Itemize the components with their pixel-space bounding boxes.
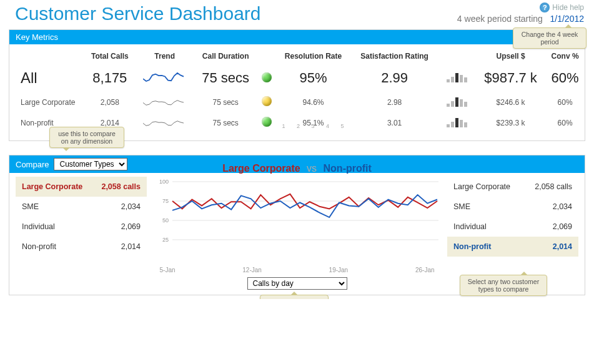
compare-line-chart: 255075100 [154, 178, 441, 265]
cell-conv: 60% [545, 92, 585, 112]
row-label: All [9, 64, 84, 92]
panel-compare: Compare Customer Types Large Corporate2,… [9, 155, 585, 295]
cell-conv: 60% [545, 64, 585, 92]
svg-text:50: 50 [162, 217, 168, 224]
cell-trend [136, 92, 194, 112]
cell-trend [136, 112, 194, 133]
page-title: Customer Service Dashboard [15, 3, 261, 24]
status-dot-icon [262, 96, 272, 106]
cell-upsell: $239.3 k [476, 112, 545, 133]
list-item-label: Large Corporate [453, 182, 510, 191]
list-item[interactable]: Individual2,069 [447, 217, 578, 237]
svg-text:25: 25 [162, 237, 168, 243]
row-label: Large Corporate [9, 92, 84, 112]
callout-select-types: Select any two customer types to compare [460, 275, 547, 296]
cell-total-calls: 2,058 [84, 92, 136, 112]
list-item[interactable]: Large Corporate2,058 calls [16, 177, 147, 197]
list-item-value: 2,034 [121, 202, 141, 211]
cell-duration: 75 secs [194, 92, 257, 112]
compare-list-left: Large Corporate2,058 callsSME2,034Indivi… [16, 177, 147, 290]
list-item-value: 2,058 calls [101, 182, 141, 191]
cell-rating-bars [438, 64, 476, 92]
svg-text:100: 100 [159, 179, 168, 185]
hide-help-link[interactable]: ? Hide help [540, 2, 584, 12]
cell-total-calls: 8,175 [84, 64, 136, 92]
cell-satisfaction: 3.01 [350, 112, 438, 133]
cell-resolution-dot [257, 64, 276, 92]
list-item[interactable]: SME2,034 [447, 197, 578, 217]
header: Customer Service Dashboard ? Hide help 4… [0, 0, 594, 26]
cell-rating-bars [438, 112, 476, 133]
svg-text:75: 75 [162, 198, 168, 204]
list-item-label: Individual [22, 222, 55, 231]
list-item-label: Individual [453, 222, 487, 231]
table-row[interactable]: All 8,175 75 secs 95% 2.99 $987.7 k 60% [9, 64, 585, 92]
list-item-label: Non-profit [453, 242, 491, 251]
cell-resolution-dot [257, 112, 276, 133]
list-item[interactable]: Large Corporate2,058 calls [447, 177, 578, 197]
cell-resolution: 94.6% [276, 92, 351, 112]
period-prefix: 4 week period starting [457, 14, 543, 24]
metrics-header-row: Total Calls Trend Call Duration Resoluti… [9, 48, 585, 64]
panel-key-metrics: Key Metrics Total Calls Trend Call Durat… [9, 29, 585, 141]
compare-chart-title: Large Corporate vs Non-profit [222, 163, 372, 174]
list-item[interactable]: Individual2,069 [16, 217, 147, 237]
list-item[interactable]: Non-profit2,014 [447, 237, 578, 257]
cell-satisfaction: 2.98 [350, 92, 438, 112]
metrics-table: Total Calls Trend Call Duration Resoluti… [9, 48, 585, 133]
list-item-value: 2,069 [121, 222, 141, 231]
callout-dimension: use this to compare on any dimension [49, 127, 124, 148]
list-item-value: 2,069 [553, 222, 572, 231]
hide-help-label: Hide help [552, 3, 584, 12]
list-item-value: 2,034 [553, 202, 572, 211]
list-item-value: 2,058 calls [535, 182, 572, 191]
list-item-label: SME [22, 202, 39, 211]
cell-trend [136, 64, 194, 92]
compare-dimension-select[interactable]: Customer Types [54, 158, 127, 170]
table-row[interactable]: Large Corporate 2,058 75 secs 94.6% 2.98… [9, 92, 585, 112]
list-item-label: Non-profit [22, 242, 56, 251]
cell-satisfaction: 2.99 [350, 64, 438, 92]
rating-axis-labels: 1 2 3 4 5 [278, 123, 353, 129]
cell-rating-bars [438, 92, 476, 112]
status-dot-icon [262, 117, 272, 127]
panel-head-key-metrics: Key Metrics [9, 30, 585, 44]
cell-duration: 75 secs [194, 112, 257, 133]
x-axis-labels: 5-Jan 12-Jan 19-Jan 26-Jan [160, 267, 435, 273]
cell-upsell: $987.7 k [476, 64, 545, 92]
cell-upsell: $246.6 k [476, 92, 545, 112]
help-icon: ? [540, 2, 550, 12]
status-dot-icon [262, 72, 272, 82]
list-item-value: 2,014 [121, 242, 141, 251]
list-item-label: Large Corporate [22, 182, 82, 191]
compare-list-right: Large Corporate2,058 callsSME2,034Indivi… [447, 177, 578, 290]
cell-conv: 60% [545, 112, 585, 133]
list-item-value: 2,014 [553, 242, 572, 251]
list-item[interactable]: SME2,034 [16, 197, 147, 217]
cell-resolution-dot [257, 92, 276, 112]
list-item[interactable]: Non-profit2,014 [16, 237, 147, 257]
cell-duration: 75 secs [194, 64, 257, 92]
cell-resolution: 95% [276, 64, 351, 92]
callout-metric: Compare different metrics [260, 295, 329, 299]
list-item-label: SME [453, 202, 470, 211]
